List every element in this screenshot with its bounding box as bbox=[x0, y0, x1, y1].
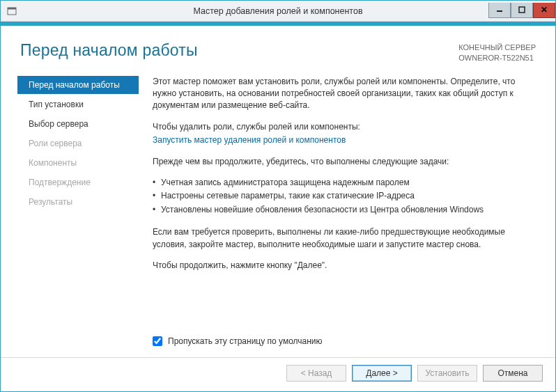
wizard-step-6: Результаты bbox=[20, 193, 139, 211]
wizard-step-1[interactable]: Тип установки bbox=[20, 95, 139, 113]
intro-text: Этот мастер поможет вам установить роли,… bbox=[153, 76, 532, 112]
destination-server-label: КОНЕЧНЫЙ СЕРВЕР bbox=[458, 42, 536, 53]
wizard-window: Мастер добавления ролей и компонентов ✕ … bbox=[0, 0, 556, 392]
svg-rect-2 bbox=[497, 10, 502, 12]
verify-note-text: Если вам требуется проверить, выполнены … bbox=[153, 226, 532, 251]
header: Перед началом работы КОНЕЧНЫЙ СЕРВЕР OWN… bbox=[1, 26, 555, 63]
cancel-button[interactable]: Отмена bbox=[483, 365, 543, 382]
precheck-list: Учетная запись администратора защищена н… bbox=[153, 177, 532, 217]
next-button[interactable]: Далее > bbox=[352, 365, 412, 382]
wizard-step-4: Компоненты bbox=[20, 154, 139, 172]
wizard-step-0[interactable]: Перед началом работы bbox=[17, 76, 139, 94]
wizard-steps-sidebar: Перед началом работыТип установкиВыбор с… bbox=[1, 76, 139, 357]
close-button[interactable]: ✕ bbox=[533, 3, 555, 18]
destination-server-box: КОНЕЧНЫЙ СЕРВЕР OWNEROR-T522N51 bbox=[458, 42, 536, 63]
minimize-button[interactable] bbox=[488, 3, 511, 18]
svg-rect-1 bbox=[8, 8, 16, 10]
page-title: Перед началом работы bbox=[20, 41, 198, 60]
remove-intro-text: Чтобы удалить роли, службы ролей или ком… bbox=[153, 121, 532, 133]
destination-server-name: OWNEROR-T522N51 bbox=[458, 53, 536, 63]
wizard-step-2[interactable]: Выбор сервера bbox=[20, 115, 139, 133]
window-title: Мастер добавления ролей и компонентов bbox=[1, 6, 555, 16]
maximize-button[interactable] bbox=[511, 3, 533, 18]
precheck-intro-text: Прежде чем вы продолжите, убедитесь, что… bbox=[153, 156, 532, 168]
skip-page-checkbox[interactable] bbox=[153, 336, 162, 346]
precheck-item: Учетная запись администратора защищена н… bbox=[153, 177, 532, 189]
app-icon bbox=[6, 6, 17, 17]
svg-rect-3 bbox=[519, 7, 525, 13]
install-button: Установить bbox=[417, 365, 477, 382]
precheck-item: Установлены новейшие обновления безопасн… bbox=[153, 204, 532, 216]
back-button: < Назад bbox=[286, 365, 346, 382]
titlebar: Мастер добавления ролей и компонентов ✕ bbox=[1, 1, 555, 22]
remove-roles-link[interactable]: Запустить мастер удаления ролей и компон… bbox=[153, 135, 346, 145]
skip-page-label[interactable]: Пропускать эту страницу по умолчанию bbox=[168, 336, 323, 347]
skip-page-row: Пропускать эту страницу по умолчанию bbox=[153, 329, 532, 357]
window-controls: ✕ bbox=[488, 3, 555, 19]
continue-note-text: Чтобы продолжить, нажмите кнопку "Далее"… bbox=[153, 260, 532, 272]
content-area: Этот мастер поможет вам установить роли,… bbox=[139, 76, 555, 357]
wizard-step-3: Роли сервера bbox=[20, 134, 139, 152]
precheck-item: Настроены сетевые параметры, такие как с… bbox=[153, 190, 532, 202]
wizard-step-5: Подтверждение bbox=[20, 173, 139, 191]
body: Перед началом работыТип установкиВыбор с… bbox=[1, 63, 555, 357]
footer-buttons: < Назад Далее > Установить Отмена bbox=[1, 357, 555, 391]
